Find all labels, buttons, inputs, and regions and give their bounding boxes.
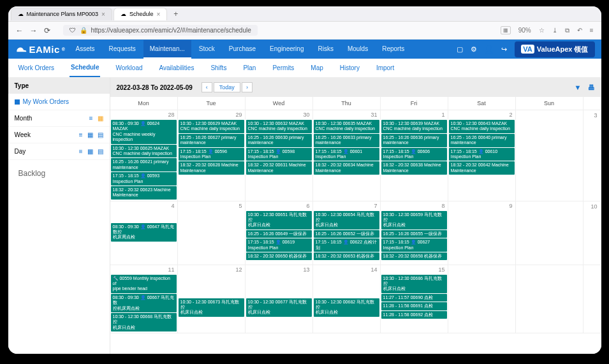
menu-icon[interactable]: ≡: [590, 27, 594, 34]
calendar-event[interactable]: 🔧 00559 Monthly inspection ofpipe bender…: [111, 275, 177, 293]
calendar-event[interactable]: 17:15 - 18:15 👤 00601Inspection Plan: [314, 148, 379, 161]
calendar-event[interactable]: 10:30 - 12:30 00639 MAZAKCNC machine dai…: [381, 120, 447, 133]
modnav-item[interactable]: Requests: [103, 40, 142, 59]
list-icon[interactable]: ≡: [79, 148, 83, 155]
calendar-event[interactable]: 16:25 - 16:26 00640 primarymaintenance: [449, 134, 515, 147]
sidebar-backlog[interactable]: Backlog: [8, 160, 110, 187]
calendar-cell[interactable]: 610:30 - 12:30 00651 马扎克数控机床日点检16:25 - 1…: [246, 201, 313, 265]
modnav-item[interactable]: Assets: [70, 40, 101, 59]
calendar-scroll[interactable]: MonTueWedThuFriSatSun2808:30 - 09:30 👤 0…: [110, 97, 601, 354]
grid-icon[interactable]: ▦: [87, 131, 93, 138]
next-button[interactable]: ›: [242, 82, 253, 92]
calendar-event[interactable]: 08:30 - 09:30 👤 00647 马扎克数控机床周点检: [111, 223, 177, 242]
subnav-item[interactable]: Import: [375, 59, 395, 76]
back-icon[interactable]: ←: [16, 26, 24, 35]
subnav-item[interactable]: Availabilities: [158, 59, 196, 76]
subnav-item[interactable]: Permits: [271, 59, 295, 76]
calendar-event[interactable]: 10:30 - 12:30 00686 马扎克数控机床日点检: [381, 275, 447, 293]
calendar-event[interactable]: 16:25 - 16:26 00649 一级保养: [246, 230, 312, 238]
browser-tab[interactable]: ☁Maintenance Plans MP0003 ×: [11, 8, 112, 20]
calendar-cell[interactable]: 1410:30 - 12:30 00682 马扎克数控机床日点检: [313, 265, 381, 334]
grid-icon[interactable]: ▦: [87, 148, 93, 155]
calendar-event[interactable]: 10:30 - 12:30 00654 马扎克数控机床日点检: [314, 211, 379, 229]
calendar-event[interactable]: 16:25 - 16:26 00627 primarymaintenance: [179, 134, 244, 147]
gear-icon[interactable]: ⚙: [471, 45, 477, 54]
forward-icon[interactable]: →: [30, 26, 38, 35]
calendar-event[interactable]: 10:30 - 12:30 00677 马扎克数控机床日点检: [246, 298, 312, 317]
calendar-cell[interactable]: [516, 110, 583, 201]
calendar-cell[interactable]: 2910:30 - 12:30 00629 MAZAKCNC machine d…: [178, 110, 246, 201]
calendar-event[interactable]: 08:30 - 09:30 👤 00667 马扎克数控机床周点检: [111, 294, 177, 312]
calendar-cell[interactable]: 408:30 - 09:30 👤 00647 马扎克数控机床周点检: [110, 201, 178, 265]
star-icon[interactable]: ☆: [539, 27, 545, 34]
calendar-event[interactable]: 18:32 - 20:32 00638 MachineMaintenance: [381, 161, 447, 175]
subnav-item[interactable]: Map: [309, 59, 324, 76]
calendar-event[interactable]: 18:32 - 20:32 00634 MachineMaintenance: [314, 161, 379, 175]
calendar-cell[interactable]: 11🔧 00559 Monthly inspection ofpipe bend…: [110, 265, 178, 334]
calendar-event[interactable]: 17:15 - 18:15 👤 00596Inspection Plan: [179, 148, 244, 161]
calendar-event[interactable]: 18:32 - 20:32 00628 MachineMaintenance: [179, 161, 244, 175]
print-icon[interactable]: 🖶: [588, 84, 595, 91]
calendar-cell[interactable]: [516, 265, 583, 334]
calendar-event[interactable]: 10:30 - 12:30 00673 马扎克数控机床日点检: [179, 298, 244, 317]
calendar-cell[interactable]: 9: [448, 201, 516, 265]
subnav-item[interactable]: Work Orders: [17, 59, 56, 76]
calendar-event[interactable]: 17:15 - 18:15 👤 00622 点检计划: [314, 238, 379, 252]
calendar-event[interactable]: 10:30 - 12:30 00629 MAZAKCNC machine dai…: [179, 120, 244, 133]
calendar-event[interactable]: 10:30 - 12:30 00682 马扎克数控机床日点检: [314, 298, 379, 317]
new-tab-button[interactable]: +: [168, 7, 183, 21]
subnav-item[interactable]: Schedule: [70, 59, 100, 77]
calendar-cell[interactable]: 2808:30 - 09:30 👤 00624 MAZAKCNC machine…: [110, 110, 178, 201]
calendar-event[interactable]: 17:15 - 18:15 👤 00593Inspection Plan: [111, 172, 177, 186]
calendar-cell[interactable]: 3010:30 - 12:30 00632 MAZAKCNC machine d…: [246, 110, 313, 201]
filter-icon[interactable]: ▼: [575, 84, 582, 91]
modnav-item[interactable]: Risks: [311, 40, 339, 59]
calendar-cell[interactable]: 710:30 - 12:30 00654 马扎克数控机床日点检16:25 - 1…: [313, 201, 381, 265]
calendar-event[interactable]: 18:32 - 20:32 00650 机器保养: [246, 252, 312, 260]
modnav-item[interactable]: Stock: [193, 40, 221, 59]
modnav-item[interactable]: Moulds: [341, 40, 374, 59]
calendar-event[interactable]: 10:30 - 12:30 00635 MAZAKCNC machine dai…: [314, 120, 379, 133]
subnav-item[interactable]: Shifts: [209, 59, 228, 76]
list-icon[interactable]: ≡: [89, 115, 93, 122]
valueapex-logo[interactable]: VA ValueApex 领值: [515, 41, 594, 57]
calendar-event[interactable]: 16:25 - 16:26 00655 一级保养: [381, 230, 447, 238]
calendar-event[interactable]: 17:15 - 18:15 👤 00627Inspection Plan: [381, 238, 447, 252]
calendar-event[interactable]: 11:28 - 11:58 00692 点检: [381, 311, 447, 319]
calendar-event[interactable]: 10:30 - 12:30 00632 MAZAKCNC machine dai…: [246, 120, 312, 133]
calendar-event[interactable]: 18:32 - 20:32 00658 机器保养: [381, 252, 447, 260]
calendar-event[interactable]: 18:32 - 20:32 00642 MachineMaintenance: [449, 161, 515, 175]
cal-icon[interactable]: ▤: [98, 148, 103, 155]
qr-icon[interactable]: ▦: [501, 26, 511, 34]
calendar-cell[interactable]: 810:30 - 12:30 00659 马扎克数控机床日点检16:25 - 1…: [381, 201, 448, 265]
calendar-event[interactable]: 10:30 - 12:30 00668 马扎克数控机床日点检: [111, 313, 177, 331]
calendar-cell[interactable]: 210:30 - 12:30 00643 MAZAKCNC machine da…: [448, 110, 516, 201]
calendar-event[interactable]: 17:15 - 18:15 👤 00598Inspection Plan: [246, 148, 312, 161]
calendar-event[interactable]: 16:25 - 16:26 00630 primarymaintenance: [246, 134, 312, 147]
calendar-event[interactable]: 10:30 - 12:30 00659 马扎克数控机床日点检: [381, 211, 447, 229]
logo[interactable]: EAMic®: [15, 44, 66, 55]
modnav-item[interactable]: Purchase: [223, 40, 262, 59]
calendar-event[interactable]: 10:30 - 12:30 00651 马扎克数控机床日点检: [246, 211, 312, 229]
calendar-cell[interactable]: 1310:30 - 12:30 00677 马扎克数控机床日点检: [246, 265, 313, 334]
calendar-cell[interactable]: 1210:30 - 12:30 00673 马扎克数控机床日点检: [178, 265, 246, 334]
close-icon[interactable]: ×: [156, 11, 160, 18]
prev-button[interactable]: ‹: [202, 82, 212, 92]
modnav-item[interactable]: Maintenan...: [143, 40, 191, 59]
calendar-event[interactable]: 08:30 - 09:30 👤 00624 MAZAKCNC machine w…: [111, 120, 177, 144]
sidebar-view-month[interactable]: Month≡▦: [8, 110, 110, 127]
calendar-event[interactable]: 18:32 - 20:32 00631 MachineMaintenance: [246, 161, 312, 175]
subnav-item[interactable]: History: [339, 59, 361, 76]
grid-y-icon[interactable]: ▦: [98, 115, 103, 122]
back-nav-icon[interactable]: ↶: [577, 27, 582, 34]
download-icon[interactable]: ⤓: [552, 27, 557, 34]
url-box[interactable]: 🛡 🔒 https://valueapex.com/eamic/v2/#/mai…: [63, 25, 258, 36]
calendar-event[interactable]: 17:15 - 18:15 👤 00610Inspection Plan: [449, 148, 515, 161]
cal-icon[interactable]: ▤: [98, 131, 103, 138]
subnav-item[interactable]: Workload: [114, 59, 143, 76]
calendar-event[interactable]: 11:28 - 11:58 00691 点检: [381, 302, 447, 310]
sidebar-my-work-orders[interactable]: My Work Orders: [8, 94, 110, 110]
chat-icon[interactable]: ▢: [457, 45, 463, 54]
sidebar-view-week[interactable]: Week≡▦▤: [8, 127, 110, 143]
list-icon[interactable]: ≡: [79, 131, 83, 138]
